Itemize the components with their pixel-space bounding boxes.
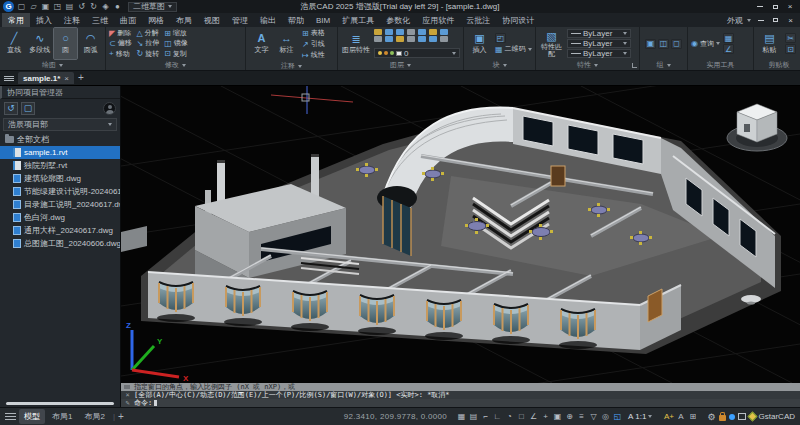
layout-tab[interactable]: 布局2 bbox=[79, 409, 109, 424]
layer-tool-icon[interactable] bbox=[440, 36, 448, 42]
layer-select[interactable]: 0 bbox=[374, 48, 460, 58]
layout-menu-icon[interactable] bbox=[5, 413, 16, 420]
layer-tool-icon[interactable] bbox=[396, 36, 404, 42]
ribbon-tab[interactable]: 曲面 bbox=[114, 13, 142, 27]
app-logo-icon[interactable]: G bbox=[3, 1, 14, 12]
ribbon-tab[interactable]: 网格 bbox=[142, 13, 170, 27]
file-item[interactable]: 总图施工图_20240606.dwg bbox=[0, 237, 120, 250]
layer-tool-icon[interactable] bbox=[418, 29, 426, 35]
ribbon-tab[interactable]: 输出 bbox=[254, 13, 282, 27]
file-item[interactable]: 建筑轮廓图.dwg bbox=[0, 172, 120, 185]
object-snap-icon[interactable]: ∠ bbox=[528, 411, 539, 423]
copy-icon[interactable]: ⊡ bbox=[785, 44, 796, 54]
modify-tool-button[interactable]: ↻ 旋转 bbox=[137, 49, 161, 59]
quick-properties-icon[interactable]: ⊞ bbox=[687, 411, 698, 423]
ribbon-tab[interactable]: 云批注 bbox=[460, 13, 496, 27]
file-item[interactable]: 通用大样_20240617.dwg bbox=[0, 224, 120, 237]
object-snap-3d-icon[interactable]: ▣ bbox=[552, 411, 563, 423]
project-select[interactable]: 浩辰项目部 bbox=[3, 118, 117, 131]
tree-root-folder[interactable]: 全部文档 bbox=[0, 133, 120, 146]
clean-screen-icon[interactable] bbox=[738, 413, 746, 420]
annotate-tool-button[interactable]: A 文字 bbox=[249, 28, 274, 60]
doc-restore-button[interactable] bbox=[770, 15, 781, 25]
workspace-select[interactable]: 二维草图 bbox=[128, 2, 177, 12]
minimize-button[interactable] bbox=[753, 1, 767, 12]
modify-tool-button[interactable]: ⊡ 复制 bbox=[164, 49, 188, 59]
user-avatar[interactable] bbox=[103, 102, 116, 115]
query-button[interactable]: ◉ 查询 bbox=[691, 39, 720, 49]
isolate-objects-icon[interactable] bbox=[729, 414, 735, 420]
modify-tool-button[interactable]: △ 分解 bbox=[137, 28, 161, 38]
doc-close-button[interactable]: × bbox=[785, 15, 796, 25]
polar-tracking-icon[interactable]: ◔ bbox=[504, 411, 515, 423]
panel-label-layers[interactable]: 图层 bbox=[338, 60, 463, 70]
snap-icon[interactable]: ▤ bbox=[468, 411, 479, 423]
modify-tool-button[interactable]: ◫ 镜像 bbox=[164, 38, 188, 48]
message-icon[interactable]: ● bbox=[112, 1, 123, 12]
layer-tool-icon[interactable] bbox=[440, 29, 448, 35]
draw-tool-button[interactable]: ∿ 多段线 bbox=[28, 28, 51, 59]
drawing-compare-icon[interactable]: ◱ bbox=[612, 411, 623, 423]
layer-tool-icon[interactable] bbox=[396, 29, 404, 35]
open-folder-icon[interactable]: ▱ bbox=[28, 1, 39, 12]
group-edit-icon[interactable]: ◫ bbox=[658, 39, 669, 49]
settings-gear-icon[interactable]: ⚙ bbox=[707, 412, 715, 422]
layer-tool-icon[interactable] bbox=[374, 29, 382, 35]
dialog-launcher-icon[interactable] bbox=[632, 63, 637, 68]
ribbon-tab[interactable]: 扩展工具 bbox=[336, 13, 380, 27]
close-button[interactable]: × bbox=[783, 1, 797, 12]
grid-icon[interactable]: ▦ bbox=[456, 411, 467, 423]
annotate-tool-button[interactable]: ↔ 标注 bbox=[274, 28, 299, 60]
paste-button[interactable]: ▤ 粘贴 bbox=[757, 28, 782, 59]
modify-tool-button[interactable]: ⊂ 偏移 bbox=[109, 38, 133, 48]
drag-grip-icon[interactable] bbox=[124, 385, 130, 389]
ribbon-tab[interactable]: 参数化 bbox=[380, 13, 416, 27]
panel-label-modify[interactable]: 修改 bbox=[106, 60, 245, 70]
snap-cursor-icon[interactable]: ⌐ bbox=[480, 411, 491, 423]
file-item[interactable]: sample.1.rvt bbox=[0, 146, 120, 159]
annotate-small-button[interactable]: ↦ 线性 bbox=[302, 50, 325, 60]
file-item[interactable]: 独院别墅.rvt bbox=[0, 159, 120, 172]
modify-tool-button[interactable]: ↘ 拉伸 bbox=[137, 38, 161, 48]
layer-tool-icon[interactable] bbox=[407, 36, 415, 42]
ribbon-tab[interactable]: 管理 bbox=[226, 13, 254, 27]
save-icon[interactable]: ▣ bbox=[40, 1, 51, 12]
qrcode-button[interactable]: ▦ 二维码 bbox=[495, 44, 532, 54]
bylayer-select[interactable]: ByLayer bbox=[567, 29, 631, 38]
modify-tool-button[interactable]: ◤ 删除 bbox=[109, 28, 133, 38]
bylayer-select[interactable]: ByLayer bbox=[567, 39, 631, 48]
save-as-icon[interactable]: ◳ bbox=[52, 1, 63, 12]
modify-tool-button[interactable]: ⊞ 缩放 bbox=[164, 28, 188, 38]
panel-label-properties[interactable]: 特性 bbox=[536, 60, 639, 70]
isodraft-icon[interactable]: □ bbox=[516, 411, 527, 423]
ui-lock-icon[interactable] bbox=[719, 415, 726, 421]
ribbon-tab[interactable]: 协同设计 bbox=[496, 13, 540, 27]
doc-minimize-button[interactable] bbox=[755, 15, 766, 25]
viewport-canvas[interactable]: Z Y X bbox=[121, 86, 800, 383]
lineweight-icon[interactable]: ≡ bbox=[576, 411, 587, 423]
layer-properties-button[interactable]: ≣ 图层特性 bbox=[341, 28, 371, 59]
panel-label-block[interactable]: 块 bbox=[464, 60, 535, 70]
ribbon-tab[interactable]: BIM bbox=[310, 13, 336, 27]
file-item[interactable]: 色白河.dwg bbox=[0, 211, 120, 224]
render-icon[interactable]: ◈ bbox=[100, 1, 111, 12]
menu-icon[interactable] bbox=[4, 76, 14, 81]
draw-tool-button[interactable]: ╱ 直线 bbox=[3, 28, 25, 59]
calculator-icon[interactable]: ▦ bbox=[723, 33, 734, 43]
redo-icon[interactable]: ↻ bbox=[88, 1, 99, 12]
group-create-icon[interactable]: ▣ bbox=[645, 39, 656, 49]
layout-tab[interactable]: 模型 bbox=[19, 409, 45, 424]
draw-tool-button[interactable]: ◠ 圆弧 bbox=[80, 28, 102, 59]
layout-tab[interactable]: 布局1 bbox=[47, 409, 77, 424]
ribbon-tab[interactable]: 注释 bbox=[58, 13, 86, 27]
restore-button[interactable] bbox=[768, 1, 782, 12]
transparency-icon[interactable]: ▽ bbox=[588, 411, 599, 423]
measure-icon[interactable]: ∠ bbox=[723, 44, 734, 54]
ribbon-tab[interactable]: 应用软件 bbox=[416, 13, 460, 27]
new-document-button[interactable]: ▢ bbox=[21, 102, 35, 115]
undo-icon[interactable]: ↺ bbox=[76, 1, 87, 12]
ribbon-tab[interactable]: 常用 bbox=[2, 13, 30, 27]
appearance-menu[interactable]: 外观 bbox=[727, 15, 743, 26]
annotate-small-button[interactable]: ⊞ 表格 bbox=[302, 28, 325, 38]
document-tab[interactable]: sample.1* × bbox=[18, 72, 74, 84]
